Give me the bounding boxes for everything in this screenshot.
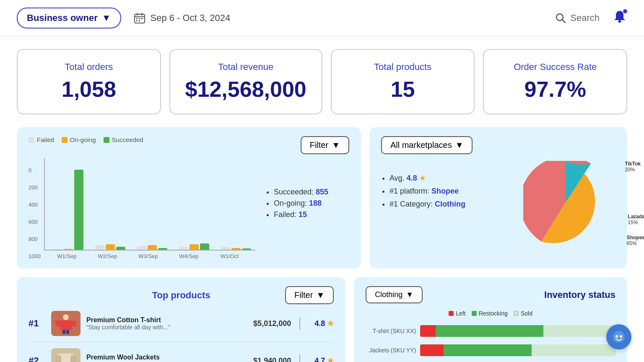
product-desc-1: "Stay comfortable all day with..."	[86, 324, 231, 331]
svg-line-10	[562, 20, 565, 23]
notification-bell[interactable]	[612, 9, 627, 27]
pie-tiktok-label: TikTok 20%	[625, 161, 641, 173]
inventory-panel: Clothing ▼ Inventory status Left Restock…	[354, 277, 627, 362]
bars-area: W1/Sep W2/Sep W3/Sep W4/Sep W1/Oct	[44, 158, 255, 259]
marketplace-filter-button[interactable]: All marketplaces ▼	[381, 136, 473, 154]
bar-group-w1sep	[53, 170, 83, 250]
product-image-1	[51, 311, 80, 336]
revenue-divider	[299, 354, 300, 362]
inventory-category-button[interactable]: Clothing ▼	[366, 286, 423, 303]
legend-sold-dot	[514, 311, 519, 316]
marketplace-stats: Avg. 4.8 ★ #1 platform: Shopee #1 Catego…	[381, 173, 517, 213]
pie-chart	[523, 161, 607, 245]
inventory-legend: Left Restocking Sold	[366, 310, 615, 317]
bar-ongoing	[231, 248, 241, 250]
bar-failed	[95, 245, 104, 250]
revenue-divider	[299, 317, 300, 330]
header-right: Search	[555, 9, 627, 27]
top-products-title: Top products	[130, 290, 232, 301]
inv-bar-sold-tshirt	[543, 325, 615, 337]
chart-filter-arrow: ▼	[332, 140, 340, 150]
svg-rect-18	[66, 330, 69, 334]
star-icon: ★	[327, 357, 334, 362]
chart-legend: Failed On-going Succeeded	[29, 136, 143, 143]
legend-ongoing-label: On-going	[70, 136, 96, 143]
business-owner-button[interactable]: Business owner ▼	[17, 8, 121, 28]
bar-group-w3sep	[137, 245, 167, 250]
bar-group-bars	[95, 244, 125, 250]
chart-header: Failed On-going Succeeded Filter ▼	[29, 136, 349, 154]
search-label: Search	[570, 13, 600, 23]
bar-chart-visual: 1000 800 600 400 200 0	[29, 158, 255, 259]
legend-succeeded-label: Succeeded	[112, 136, 143, 143]
pie-shopee-label: Shopee 65%	[627, 235, 644, 246]
product-image-2	[51, 348, 80, 362]
svg-rect-15	[55, 321, 60, 326]
filter-arrow: ▼	[316, 290, 325, 300]
stat-succeeded: Succeeded: 855	[274, 188, 349, 197]
svg-rect-21	[55, 355, 61, 362]
top-products-header: Top products Filter ▼	[29, 286, 334, 304]
bar-group-w1oct	[221, 247, 251, 250]
bar-succeeded	[242, 248, 251, 250]
chatbot-button[interactable]	[606, 324, 631, 349]
legend-left: Left	[449, 310, 465, 317]
header: Business owner ▼ Sep 6 - Oct 3, 2024	[0, 0, 644, 36]
y-label-200: 200	[29, 184, 41, 191]
marketplace-panel: All marketplaces ▼ Avg. 4.8 ★ #1 platfor…	[369, 127, 627, 269]
svg-rect-5	[139, 18, 140, 19]
inv-bar-left-jackets	[420, 344, 444, 356]
orders-chart-panel: Failed On-going Succeeded Filter ▼	[17, 127, 361, 269]
bar-group-w4sep	[179, 243, 209, 250]
y-label-400: 400	[29, 202, 41, 208]
product-name-1: Premium Cotton T-shirt	[86, 316, 231, 324]
inv-bar-jackets: Jackets (SKU YY)	[366, 344, 615, 356]
inv-bar-sold-jackets	[532, 344, 615, 356]
y-label-0: 0	[29, 167, 41, 173]
total-orders-value: 1,058	[33, 77, 145, 102]
legend-restocking-label: Restocking	[479, 310, 508, 317]
bar-ongoing	[190, 244, 199, 250]
summary-cards: Total orders 1,058 Total revenue $12,568…	[0, 36, 644, 119]
pie-chart-area: TikTok 20% Lazada 15% Shopee 65%	[523, 161, 615, 246]
svg-point-31	[615, 335, 618, 338]
bar-group-bars	[53, 170, 83, 250]
svg-point-11	[618, 20, 621, 23]
chart-filter-label: Filter	[310, 140, 328, 150]
legend-ongoing-dot	[62, 137, 68, 143]
bottom-panels: Top products Filter ▼ #1	[0, 277, 644, 362]
legend-ongoing: On-going	[62, 136, 96, 143]
x-label-w4sep: W4/Sep	[174, 253, 203, 259]
stat-failed: Failed: 15	[274, 210, 349, 219]
date-range: Sep 6 - Oct 3, 2024	[134, 12, 231, 24]
total-revenue-value: $12,568,000	[185, 77, 306, 102]
avg-rating-item: Avg. 4.8 ★	[390, 173, 517, 183]
order-success-card: Order Success Rate 97.7%	[483, 49, 627, 114]
top-category-item: #1 Category: Clothing	[390, 200, 517, 209]
bar-succeeded	[74, 170, 83, 250]
y-axis: 1000 800 600 400 200 0	[29, 167, 44, 259]
marketplace-body: Avg. 4.8 ★ #1 platform: Shopee #1 Catego…	[381, 161, 615, 246]
product-name-2: Premium Wool Jackets	[86, 354, 231, 361]
chart-body: 1000 800 600 400 200 0	[29, 158, 349, 259]
svg-rect-6	[141, 18, 143, 19]
svg-point-32	[620, 335, 622, 338]
notification-dot	[623, 9, 627, 13]
star-icon: ★	[327, 319, 334, 328]
product-info-2: Premium Wool Jackets "Soft, warm coats f…	[86, 354, 231, 362]
product-rank-2: #2	[29, 355, 45, 362]
bar-group-bars	[137, 245, 167, 250]
total-products-value: 15	[347, 77, 459, 102]
y-label-800: 800	[29, 236, 41, 242]
top-products-filter-button[interactable]: Filter ▼	[285, 286, 334, 304]
legend-failed: Failed	[29, 136, 54, 143]
total-orders-title: Total orders	[33, 62, 145, 72]
calendar-icon	[134, 12, 145, 24]
legend-failed-dot	[29, 137, 34, 143]
svg-rect-4	[136, 18, 138, 19]
inv-bar-label-jackets: Jackets (SKU YY)	[366, 347, 416, 354]
date-range-text: Sep 6 - Oct 3, 2024	[151, 13, 231, 23]
search-area[interactable]: Search	[555, 13, 600, 23]
bar-failed	[53, 249, 62, 250]
chart-filter-button[interactable]: Filter ▼	[301, 136, 349, 154]
